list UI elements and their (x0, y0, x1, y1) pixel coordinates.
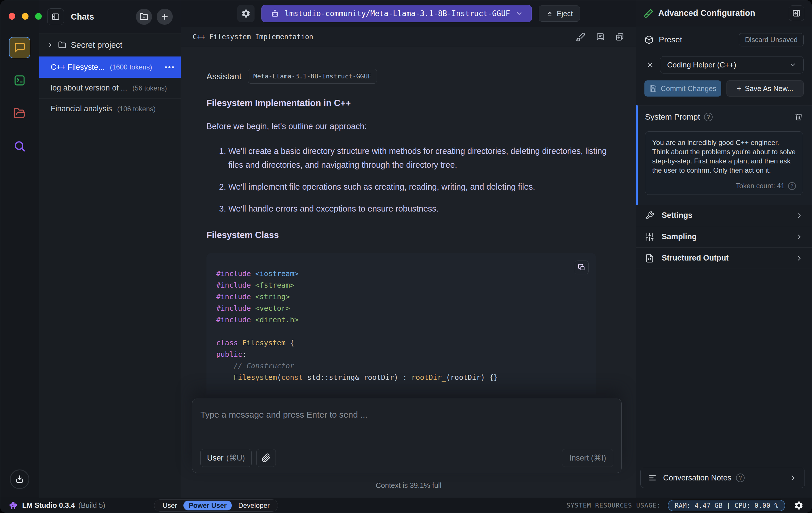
paperclip-icon (261, 453, 271, 463)
nav-my-models-folder-icon[interactable] (9, 103, 30, 124)
preset-label: Preset (659, 35, 739, 45)
list-item: We'll implement file operations such as … (228, 180, 622, 194)
help-icon[interactable]: ? (704, 113, 713, 122)
folder-name: Secret project (71, 40, 122, 50)
token-count: Token count: 41 (736, 182, 785, 190)
mode-power-user[interactable]: Power User (183, 501, 232, 510)
user-mode-segmented-control: User Power User Developer (154, 500, 278, 512)
attach-file-button[interactable] (256, 449, 276, 467)
panel-collapse-button[interactable] (789, 5, 804, 21)
chat-token-count: (56 tokens) (133, 84, 167, 92)
sidebar-collapse-button[interactable] (47, 8, 64, 25)
resources-usage-label: SYSTEM RESOURCES USAGE: (567, 502, 661, 509)
chat-token-count: (1600 tokens) (110, 63, 152, 71)
message-heading-2: Filesystem Class (206, 230, 622, 240)
chevron-right-icon (795, 254, 803, 262)
chevron-right-icon (789, 474, 797, 482)
chat-list-item[interactable]: log about version of ... (56 tokens) (39, 78, 181, 99)
chat-title: log about version of ... (51, 84, 127, 92)
resources-usage-value[interactable]: RAM: 4.47 GB | CPU: 0.00 % (668, 500, 785, 511)
downloads-button[interactable] (10, 469, 29, 489)
chat-options-ellipsis-icon[interactable]: ••• (165, 63, 175, 72)
zoom-window-button[interactable] (35, 13, 42, 20)
help-icon[interactable]: ? (788, 182, 796, 190)
mode-developer[interactable]: Developer (233, 501, 275, 510)
save-icon (649, 85, 657, 92)
system-prompt-textarea[interactable]: You are an incredibly good C++ engineer.… (645, 131, 803, 195)
gear-icon (241, 9, 251, 19)
nav-discover-search-icon[interactable] (9, 135, 30, 157)
chevron-right-icon (795, 233, 803, 241)
close-icon (646, 61, 654, 69)
chat-list-item-selected[interactable]: C++ Filesyste... (1600 tokens) ••• (39, 56, 181, 78)
panel-left-icon (51, 12, 60, 21)
preset-section: Preset Discard Unsaved Coding Helper (C+… (636, 26, 812, 105)
folder-icon (58, 41, 66, 49)
brush-icon[interactable] (576, 32, 585, 42)
nav-developer-terminal-icon[interactable] (9, 70, 30, 91)
chat-title: Financial analysis (51, 104, 112, 113)
list-item: We'll handle errors and exceptions to en… (228, 202, 622, 216)
chevron-right-icon (795, 212, 803, 219)
role-selector-button[interactable]: User (⌘U) (200, 449, 252, 467)
preset-dropdown[interactable]: Coding Helper (C++) (660, 56, 804, 74)
system-prompt-section: System Prompt ? You are an incredibly go… (636, 105, 812, 205)
chat-list-item[interactable]: Financial analysis (106 tokens) (39, 99, 181, 119)
panel-title: Advanced Configuration (658, 8, 789, 18)
test-tube-icon (644, 8, 654, 18)
conversation-title: C++ Filesystem Implementation (193, 33, 576, 41)
copy-icon (578, 264, 585, 271)
chat-scroll-area[interactable]: Assistant Meta-Llama-3.1-8B-Instruct-GGU… (181, 47, 636, 395)
minimize-window-button[interactable] (22, 13, 29, 20)
model-settings-button[interactable] (237, 5, 255, 22)
insert-message-button[interactable]: Insert (⌘I) (562, 449, 613, 467)
notes-lines-icon (648, 474, 657, 482)
traffic-lights (0, 13, 42, 20)
clear-preset-button[interactable] (644, 59, 656, 71)
file-json-icon (645, 253, 654, 263)
chevron-right-icon (47, 42, 54, 48)
settings-gear-icon[interactable] (794, 501, 804, 510)
main-chat-column: lmstudio-community/Meta-Llama-3.1-8B-Ins… (181, 0, 636, 498)
section-settings[interactable]: Settings (636, 205, 812, 226)
chat-folder-secret-project[interactable]: Secret project (39, 33, 181, 56)
close-window-button[interactable] (9, 13, 15, 20)
chevron-down-icon (515, 10, 523, 17)
system-prompt-label: System Prompt (645, 112, 700, 122)
delete-prompt-button[interactable] (794, 113, 803, 122)
new-folder-button[interactable] (136, 9, 152, 25)
new-chat-button[interactable] (157, 9, 173, 25)
section-sampling[interactable]: Sampling (636, 226, 812, 248)
advanced-configuration-panel: Advanced Configuration Preset Discard Un… (636, 0, 812, 498)
sliders-icon (645, 232, 654, 242)
save-as-new-button[interactable]: + Save As New... (726, 80, 804, 97)
section-structured-output[interactable]: Structured Output (636, 248, 812, 269)
copy-code-button[interactable] (575, 261, 588, 274)
eject-model-button[interactable]: Eject (539, 5, 580, 22)
message-ordered-list: We'll create a basic directory structure… (206, 144, 622, 216)
model-name: lmstudio-community/Meta-Llama-3.1-8B-Ins… (285, 9, 510, 18)
sidebar-title: Chats (71, 12, 131, 22)
package-icon (644, 35, 654, 45)
assistant-message: Filesystem Implementation in C++ Before … (206, 98, 622, 395)
app-version: LM Studio 0.3.4 (22, 501, 75, 510)
clear-conversation-icon[interactable] (595, 32, 605, 42)
app-build: (Build 5) (78, 501, 105, 510)
conversation-notes-button[interactable]: Conversation Notes ? (640, 468, 805, 488)
discard-unsaved-button[interactable]: Discard Unsaved (739, 33, 804, 46)
wrench-icon (645, 211, 654, 220)
duplicate-chat-icon[interactable] (615, 32, 625, 42)
trash-icon (794, 113, 803, 122)
commit-changes-button[interactable]: Commit Changes (644, 80, 721, 97)
help-icon[interactable]: ? (736, 474, 745, 482)
nav-chat-icon[interactable] (9, 37, 30, 58)
lm-studio-logo-icon (8, 501, 18, 510)
chat-list: Secret project C++ Filesyste... (1600 to… (39, 33, 181, 498)
context-usage-status: Context is 39.1% full (181, 481, 636, 490)
folder-plus-icon (140, 12, 148, 21)
mode-user[interactable]: User (157, 501, 182, 510)
loaded-model-selector[interactable]: lmstudio-community/Meta-Llama-3.1-8B-Ins… (261, 5, 532, 22)
download-icon (14, 474, 25, 484)
message-paragraph: Before we begin, let's outline our appro… (206, 122, 622, 131)
message-input[interactable]: Type a message and press Enter to send .… (200, 410, 613, 449)
